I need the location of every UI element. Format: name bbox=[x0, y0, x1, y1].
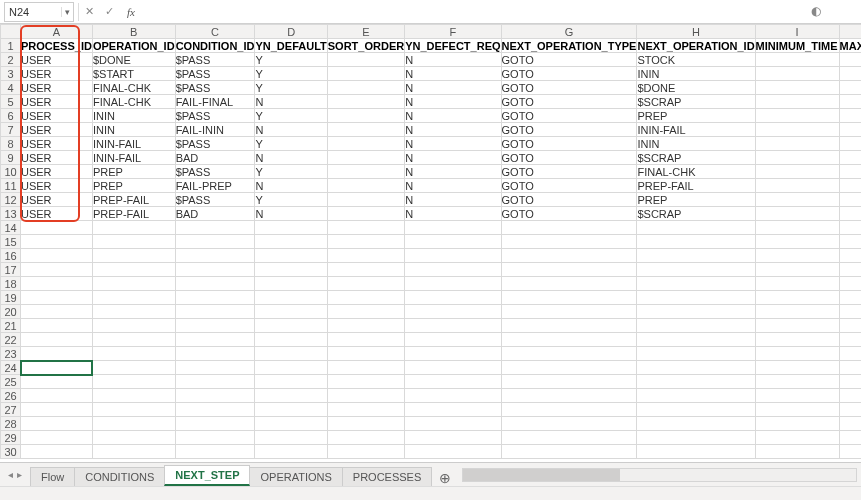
cell-H6[interactable]: PREP bbox=[637, 109, 755, 123]
cell-I13[interactable] bbox=[755, 207, 839, 221]
cell-I15[interactable] bbox=[755, 235, 839, 249]
cell-A6[interactable]: USER bbox=[21, 109, 93, 123]
row-header-27[interactable]: 27 bbox=[1, 403, 21, 417]
cell-H28[interactable] bbox=[637, 417, 755, 431]
cell-I4[interactable] bbox=[755, 81, 839, 95]
row-header-20[interactable]: 20 bbox=[1, 305, 21, 319]
cell-E27[interactable] bbox=[327, 403, 404, 417]
cell-E17[interactable] bbox=[327, 263, 404, 277]
cell-H12[interactable]: PREP bbox=[637, 193, 755, 207]
cell-G19[interactable] bbox=[501, 291, 637, 305]
row-header-3[interactable]: 3 bbox=[1, 67, 21, 81]
cell-G25[interactable] bbox=[501, 375, 637, 389]
row-header-8[interactable]: 8 bbox=[1, 137, 21, 151]
cell-J5[interactable] bbox=[839, 95, 861, 109]
cell-F7[interactable]: N bbox=[405, 123, 501, 137]
cell-H9[interactable]: $SCRAP bbox=[637, 151, 755, 165]
cell-G10[interactable]: GOTO bbox=[501, 165, 637, 179]
cell-I26[interactable] bbox=[755, 389, 839, 403]
row-header-9[interactable]: 9 bbox=[1, 151, 21, 165]
cell-H29[interactable] bbox=[637, 431, 755, 445]
cell-E23[interactable] bbox=[327, 347, 404, 361]
row-header-24[interactable]: 24 bbox=[1, 361, 21, 375]
cell-I9[interactable] bbox=[755, 151, 839, 165]
column-header-I[interactable]: I bbox=[755, 25, 839, 39]
cell-A2[interactable]: USER bbox=[21, 53, 93, 67]
cell-J27[interactable] bbox=[839, 403, 861, 417]
cell-F14[interactable] bbox=[405, 221, 501, 235]
cell-D21[interactable] bbox=[255, 319, 327, 333]
cell-J4[interactable] bbox=[839, 81, 861, 95]
cell-D9[interactable]: N bbox=[255, 151, 327, 165]
cell-D20[interactable] bbox=[255, 305, 327, 319]
cell-J17[interactable] bbox=[839, 263, 861, 277]
row-header-4[interactable]: 4 bbox=[1, 81, 21, 95]
cell-B22[interactable] bbox=[92, 333, 175, 347]
header-cell-E[interactable]: SORT_ORDER bbox=[327, 39, 404, 53]
cell-J28[interactable] bbox=[839, 417, 861, 431]
cell-B6[interactable]: ININ bbox=[92, 109, 175, 123]
cell-A4[interactable]: USER bbox=[21, 81, 93, 95]
cell-J3[interactable] bbox=[839, 67, 861, 81]
row-header-19[interactable]: 19 bbox=[1, 291, 21, 305]
cell-G12[interactable]: GOTO bbox=[501, 193, 637, 207]
cell-F19[interactable] bbox=[405, 291, 501, 305]
cell-F11[interactable]: N bbox=[405, 179, 501, 193]
cell-A7[interactable]: USER bbox=[21, 123, 93, 137]
name-box-input[interactable] bbox=[5, 6, 61, 18]
cell-I19[interactable] bbox=[755, 291, 839, 305]
cell-J30[interactable] bbox=[839, 445, 861, 459]
cell-H22[interactable] bbox=[637, 333, 755, 347]
cell-I5[interactable] bbox=[755, 95, 839, 109]
cell-B27[interactable] bbox=[92, 403, 175, 417]
cell-H5[interactable]: $SCRAP bbox=[637, 95, 755, 109]
cell-G5[interactable]: GOTO bbox=[501, 95, 637, 109]
cell-B18[interactable] bbox=[92, 277, 175, 291]
header-cell-A[interactable]: PROCESS_ID bbox=[21, 39, 93, 53]
cell-E7[interactable] bbox=[327, 123, 404, 137]
cell-E19[interactable] bbox=[327, 291, 404, 305]
cell-J19[interactable] bbox=[839, 291, 861, 305]
cell-D26[interactable] bbox=[255, 389, 327, 403]
cell-D7[interactable]: N bbox=[255, 123, 327, 137]
cell-C12[interactable]: $PASS bbox=[175, 193, 255, 207]
row-header-7[interactable]: 7 bbox=[1, 123, 21, 137]
cell-B23[interactable] bbox=[92, 347, 175, 361]
cell-C3[interactable]: $PASS bbox=[175, 67, 255, 81]
cell-H15[interactable] bbox=[637, 235, 755, 249]
sheet-tab-conditions[interactable]: CONDITIONS bbox=[74, 467, 165, 486]
row-header-23[interactable]: 23 bbox=[1, 347, 21, 361]
cell-C26[interactable] bbox=[175, 389, 255, 403]
cell-H16[interactable] bbox=[637, 249, 755, 263]
spreadsheet-grid[interactable]: ABCDEFGHIJ1PROCESS_IDOPERATION_IDCONDITI… bbox=[0, 24, 861, 459]
fx-icon[interactable]: fx bbox=[122, 3, 140, 21]
formula-input[interactable] bbox=[144, 2, 857, 22]
cell-G20[interactable] bbox=[501, 305, 637, 319]
cell-I3[interactable] bbox=[755, 67, 839, 81]
name-box-dropdown-icon[interactable]: ▾ bbox=[61, 7, 73, 17]
cell-J16[interactable] bbox=[839, 249, 861, 263]
cell-I21[interactable] bbox=[755, 319, 839, 333]
cell-F29[interactable] bbox=[405, 431, 501, 445]
cell-C7[interactable]: FAIL-ININ bbox=[175, 123, 255, 137]
cell-G23[interactable] bbox=[501, 347, 637, 361]
cell-B29[interactable] bbox=[92, 431, 175, 445]
cell-E22[interactable] bbox=[327, 333, 404, 347]
cell-F9[interactable]: N bbox=[405, 151, 501, 165]
cell-H18[interactable] bbox=[637, 277, 755, 291]
row-header-11[interactable]: 11 bbox=[1, 179, 21, 193]
cell-A10[interactable]: USER bbox=[21, 165, 93, 179]
sheet-tab-operations[interactable]: OPERATIONS bbox=[249, 467, 342, 486]
cell-F5[interactable]: N bbox=[405, 95, 501, 109]
cell-F10[interactable]: N bbox=[405, 165, 501, 179]
cell-C29[interactable] bbox=[175, 431, 255, 445]
cell-E15[interactable] bbox=[327, 235, 404, 249]
cell-J6[interactable] bbox=[839, 109, 861, 123]
horizontal-scrollbar[interactable] bbox=[462, 468, 857, 482]
cell-A23[interactable] bbox=[21, 347, 93, 361]
cell-E30[interactable] bbox=[327, 445, 404, 459]
cell-B16[interactable] bbox=[92, 249, 175, 263]
cell-G18[interactable] bbox=[501, 277, 637, 291]
cell-B28[interactable] bbox=[92, 417, 175, 431]
cell-I25[interactable] bbox=[755, 375, 839, 389]
